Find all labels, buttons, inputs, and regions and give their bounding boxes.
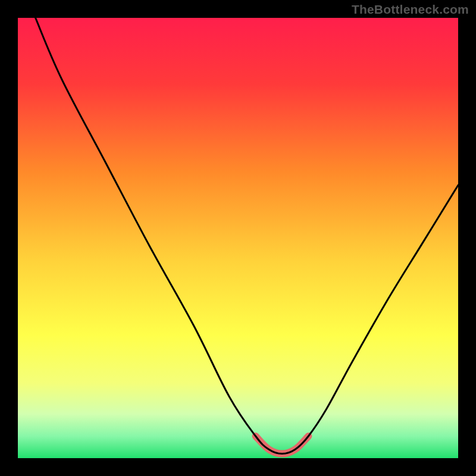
watermark-text: TheBottleneck.com <box>352 2 469 17</box>
gradient-rect <box>18 18 458 458</box>
plot-area <box>18 18 458 458</box>
chart-svg <box>18 18 458 458</box>
chart-frame: TheBottleneck.com <box>0 0 476 476</box>
